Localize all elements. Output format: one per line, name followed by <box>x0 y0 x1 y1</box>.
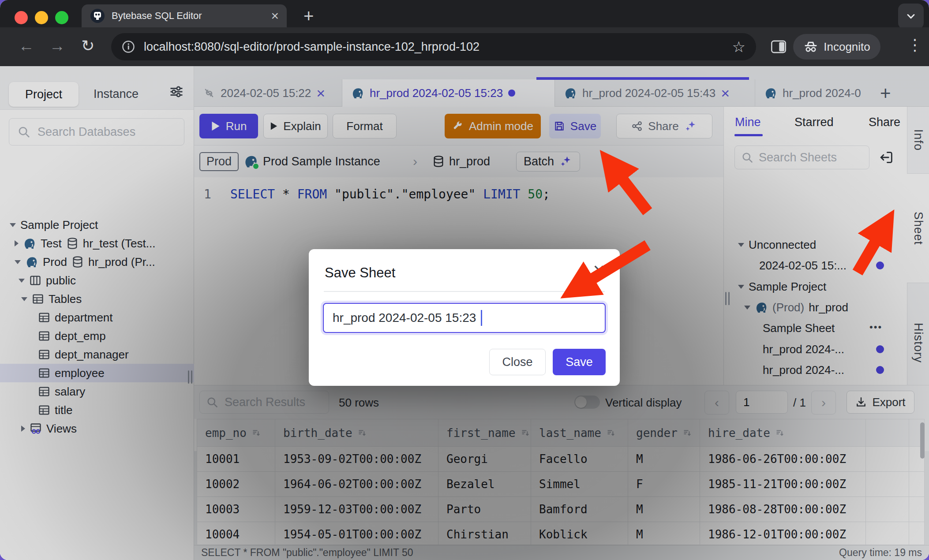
forward-button[interactable]: → <box>49 38 65 54</box>
browser-tab-title: Bytebase SQL Editor <box>112 10 265 22</box>
site-info-icon[interactable] <box>122 40 135 53</box>
new-tab-button[interactable]: + <box>303 6 314 26</box>
sql-editor-app: Project Instance Search Databases Sample… <box>0 66 929 560</box>
bytebase-favicon-icon <box>90 8 105 24</box>
tab-search-button[interactable] <box>898 4 924 29</box>
browser-menu-button[interactable]: ⋮ <box>907 37 923 53</box>
maximize-window-button[interactable] <box>55 11 68 24</box>
bookmark-star-icon[interactable]: ☆ <box>732 38 745 56</box>
modal-save-button[interactable]: Save <box>553 349 606 375</box>
url-text: localhost:8080/sql-editor/prod-sample-in… <box>144 40 723 54</box>
side-panel-icon[interactable] <box>771 40 786 54</box>
modal-close-button[interactable]: Close <box>489 349 546 375</box>
incognito-badge[interactable]: Incognito <box>793 34 880 60</box>
close-tab-icon[interactable]: × <box>271 9 279 22</box>
address-bar[interactable]: localhost:8080/sql-editor/prod-sample-in… <box>111 33 756 60</box>
minimize-window-button[interactable] <box>35 11 48 24</box>
modal-title: Save Sheet <box>325 265 395 281</box>
modal-divider <box>324 291 605 292</box>
sheet-name-input[interactable] <box>323 303 606 333</box>
modal-close-icon[interactable]: × <box>593 260 605 280</box>
browser-tab-strip: Bytebase SQL Editor × + <box>0 0 929 27</box>
browser-navbar: ← → ↻ localhost:8080/sql-editor/prod-sam… <box>0 27 929 66</box>
save-sheet-modal: Save Sheet × Close Save <box>309 249 620 386</box>
incognito-icon <box>803 40 818 53</box>
back-button[interactable]: ← <box>19 38 34 54</box>
chevron-down-icon <box>905 10 917 22</box>
browser-window: Bytebase SQL Editor × + ← → ↻ localhost:… <box>0 0 929 560</box>
reload-button[interactable]: ↻ <box>81 38 94 54</box>
text-cursor <box>481 310 482 326</box>
incognito-label: Incognito <box>824 40 870 54</box>
browser-tab[interactable]: Bytebase SQL Editor × <box>82 4 287 27</box>
close-window-button[interactable] <box>15 11 28 24</box>
